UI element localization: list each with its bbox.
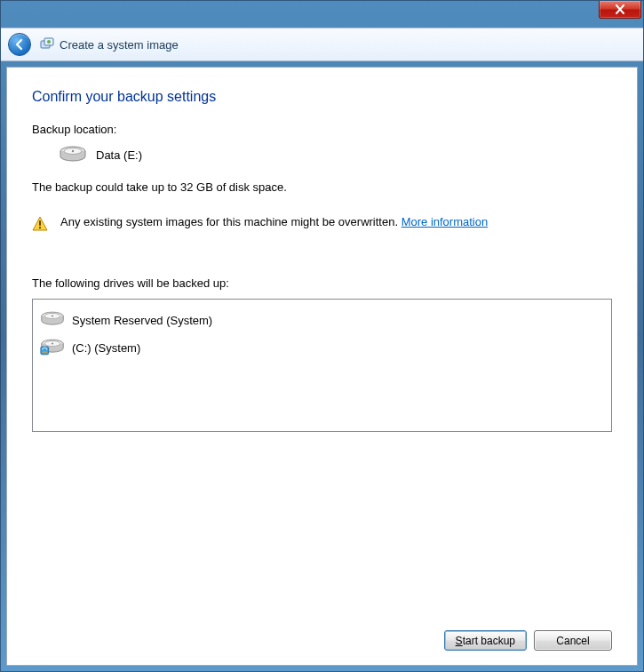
content: Confirm your backup settings Backup loca… bbox=[6, 67, 638, 666]
page-title: Confirm your backup settings bbox=[32, 89, 612, 105]
footer-buttons: Start backup Cancel bbox=[32, 618, 612, 651]
drives-list-label: The following drives will be backed up: bbox=[32, 276, 612, 290]
back-button[interactable] bbox=[8, 33, 31, 56]
more-information-link[interactable]: More information bbox=[402, 215, 489, 228]
list-item: System Reserved (System) bbox=[40, 307, 604, 334]
breadcrumb-text: Create a system image bbox=[60, 38, 179, 52]
warning-icon bbox=[32, 216, 48, 232]
backup-location-row: Data (E:) bbox=[32, 145, 612, 164]
back-arrow-icon bbox=[13, 38, 26, 51]
breadcrumb: Create a system image bbox=[40, 37, 179, 52]
backup-location-label: Backup location: bbox=[32, 123, 612, 136]
content-outer: Confirm your backup settings Backup loca… bbox=[1, 61, 643, 671]
wizard-window: Create a system image Confirm your backu… bbox=[0, 0, 644, 672]
main-area: Confirm your backup settings Backup loca… bbox=[32, 89, 612, 618]
hard-drive-icon bbox=[40, 310, 65, 331]
warning-text: Any existing system images for this mach… bbox=[60, 215, 402, 228]
titlebar bbox=[1, 1, 643, 28]
svg-point-13 bbox=[52, 342, 53, 344]
svg-point-10 bbox=[52, 315, 53, 316]
svg-point-2 bbox=[47, 40, 51, 44]
list-item: (C:) (System) bbox=[40, 334, 604, 362]
drive-label: (C:) (System) bbox=[72, 341, 140, 355]
close-icon bbox=[615, 4, 625, 14]
start-backup-button[interactable]: Start backup bbox=[444, 630, 527, 651]
svg-point-5 bbox=[72, 150, 74, 152]
wizard-icon bbox=[40, 37, 54, 52]
backup-size-note: The backup could take up to 32 GB of dis… bbox=[32, 180, 612, 194]
drive-label: System Reserved (System) bbox=[72, 314, 212, 327]
hard-drive-windows-icon bbox=[40, 338, 65, 358]
backup-location-value: Data (E:) bbox=[96, 148, 142, 162]
navbar: Create a system image bbox=[1, 28, 643, 61]
svg-point-7 bbox=[39, 227, 41, 228]
svg-rect-6 bbox=[39, 220, 41, 226]
warning-text-wrap: Any existing system images for this mach… bbox=[60, 215, 488, 228]
warning-row: Any existing system images for this mach… bbox=[32, 215, 612, 232]
drives-listbox: System Reserved (System) bbox=[32, 299, 612, 432]
close-button[interactable] bbox=[599, 1, 641, 19]
cancel-button[interactable]: Cancel bbox=[534, 630, 612, 651]
hard-drive-icon bbox=[59, 145, 87, 164]
